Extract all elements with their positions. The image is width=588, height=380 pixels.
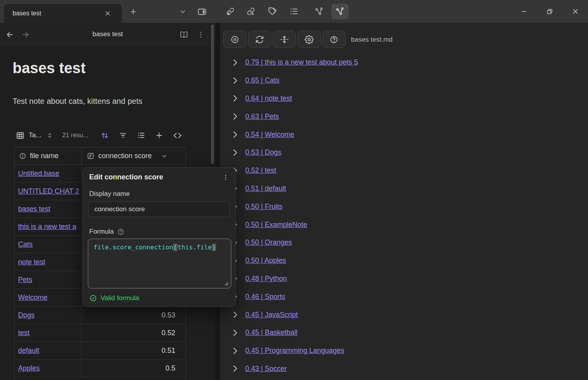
titlebar: bases test xyxy=(0,0,588,23)
add-icon[interactable] xyxy=(155,131,164,140)
view-header: bases test xyxy=(0,23,215,46)
connection-link[interactable]: 0.63 | Pets xyxy=(245,113,279,121)
connection-link[interactable]: 0.50 | Fruits xyxy=(245,203,283,211)
reading-view-icon[interactable] xyxy=(177,28,191,41)
column-connection-score[interactable]: connection score xyxy=(82,148,186,164)
table-row: Dogs0.53 xyxy=(15,306,186,324)
graph-active-icon[interactable] xyxy=(331,4,349,19)
connection-row: 0.51 | default xyxy=(220,180,588,198)
popup-menu-icon[interactable] xyxy=(220,172,231,183)
file-link[interactable]: default xyxy=(18,347,39,355)
help-icon[interactable] xyxy=(322,31,345,48)
refresh-icon[interactable] xyxy=(248,31,271,48)
sidebar-right-toggle-icon[interactable] xyxy=(195,5,209,19)
column-file-name[interactable]: file name xyxy=(15,148,82,164)
left-scrollbar-thumb[interactable] xyxy=(211,24,214,164)
connection-row: 0.52 | test xyxy=(220,162,588,180)
tab-close-icon[interactable] xyxy=(102,8,113,19)
score-cell: 0.52 xyxy=(82,324,186,341)
more-options-icon[interactable] xyxy=(194,28,208,41)
settings-icon[interactable] xyxy=(298,31,321,48)
connection-link[interactable]: 0.50 | ExampleNote xyxy=(245,221,307,229)
collapse-chevron-icon[interactable] xyxy=(230,58,240,67)
collapse-chevron-icon[interactable] xyxy=(230,346,240,356)
view-name-label[interactable]: Ta... xyxy=(29,131,41,139)
file-cell: Dogs xyxy=(15,306,82,324)
score-cell: 0.51 xyxy=(82,342,186,359)
connection-link[interactable]: 0.50 | Oranges xyxy=(245,238,292,247)
connection-link[interactable]: 0.48 | Python xyxy=(245,275,287,283)
close-icon[interactable] xyxy=(567,3,584,20)
active-file-label: bases test.md xyxy=(351,36,393,44)
collapse-chevron-icon[interactable] xyxy=(230,328,240,338)
pause-icon[interactable] xyxy=(223,31,246,48)
collapse-chevron-icon[interactable] xyxy=(230,148,240,157)
collapse-chevron-icon[interactable] xyxy=(230,76,240,85)
results-count[interactable]: 21 resu... xyxy=(62,132,88,139)
file-link[interactable]: Untitled.base xyxy=(18,170,59,178)
unfold-icon[interactable] xyxy=(273,31,296,48)
backlinks-icon[interactable] xyxy=(222,4,239,19)
file-link[interactable]: Cats xyxy=(18,240,33,249)
file-link[interactable]: Pets xyxy=(18,276,32,284)
connection-link[interactable]: 0.46 | Sports xyxy=(245,293,285,301)
table-view-icon[interactable] xyxy=(16,131,25,140)
filter-icon[interactable] xyxy=(119,131,127,140)
connection-link[interactable]: 0.45 | Programming Languages xyxy=(245,347,344,355)
list-icon[interactable] xyxy=(137,131,145,140)
connection-link[interactable]: 0.54 | Welcome xyxy=(245,131,294,139)
sort-icon[interactable] xyxy=(100,131,109,140)
outline-icon[interactable] xyxy=(285,4,303,19)
graph-icon[interactable] xyxy=(311,4,328,19)
formula-label: Formula xyxy=(89,228,114,236)
connection-row: 0.50 | Fruits xyxy=(220,197,588,216)
resize-icon[interactable] xyxy=(223,280,229,286)
connection-link[interactable]: 0.53 | Dogs xyxy=(245,148,281,157)
new-tab-icon[interactable] xyxy=(126,5,140,19)
select-icon[interactable] xyxy=(47,133,53,138)
connection-link[interactable]: 0.65 | Cats xyxy=(245,76,279,85)
connection-row: 0.48 | Python xyxy=(220,270,588,288)
file-link[interactable]: note test xyxy=(18,258,45,266)
file-link[interactable]: Dogs xyxy=(18,311,35,319)
code-icon[interactable] xyxy=(173,131,182,140)
base-toolbar: Ta... 21 resu... xyxy=(16,128,182,142)
obsidian-window: bases test xyxy=(0,0,588,380)
connection-link[interactable]: 0.52 | test xyxy=(245,166,276,175)
column-menu-icon[interactable] xyxy=(161,153,167,159)
file-link[interactable]: bases test xyxy=(18,205,50,213)
file-link[interactable]: UNTITLED CHAT 2 xyxy=(18,187,79,196)
valid-icon xyxy=(89,294,97,302)
connection-row: 0.45 | JavaScript xyxy=(220,306,588,324)
formula-help-icon[interactable] xyxy=(117,228,125,236)
file-link[interactable]: Apples xyxy=(18,364,40,373)
tab-list-icon[interactable] xyxy=(176,5,190,19)
minimize-icon[interactable] xyxy=(515,3,533,20)
connection-link[interactable]: 0.45 | Basketball xyxy=(245,328,298,337)
collapse-chevron-icon[interactable] xyxy=(230,310,240,319)
collapse-chevron-icon[interactable] xyxy=(230,364,240,373)
collapse-chevron-icon[interactable] xyxy=(230,112,240,121)
connection-link[interactable]: 0.64 | note test xyxy=(245,94,292,103)
tab-bases-test[interactable]: bases test xyxy=(4,4,122,23)
file-cell: UNTITLED CHAT 2 xyxy=(15,183,82,200)
formula-textarea[interactable]: file.score_connection(this.file) xyxy=(88,238,232,289)
display-name-input[interactable] xyxy=(88,201,230,217)
file-link[interactable]: test xyxy=(18,329,29,337)
tags-icon[interactable] xyxy=(263,4,281,19)
connection-link[interactable]: 0.50 | Apples xyxy=(245,256,286,265)
score-cell: 0.53 xyxy=(82,306,186,324)
connection-link[interactable]: 0.45 | JavaScript xyxy=(245,311,298,319)
outgoing-links-icon[interactable] xyxy=(242,4,259,19)
connection-row: 0.50 | ExampleNote xyxy=(220,216,588,234)
collapse-chevron-icon[interactable] xyxy=(230,94,240,103)
file-link[interactable]: Welcome xyxy=(18,293,48,302)
connection-link[interactable]: 0.43 | Soccer xyxy=(245,365,287,373)
file-link[interactable]: this is a new test a xyxy=(18,223,76,231)
connection-link[interactable]: 0.79 | this is a new test about pets 5 xyxy=(245,58,358,66)
connection-row: 0.50 | Oranges xyxy=(220,234,588,252)
connection-link[interactable]: 0.51 | default xyxy=(245,184,286,193)
connection-row: 0.64 | note test xyxy=(220,90,588,108)
restore-icon[interactable] xyxy=(541,3,558,20)
collapse-chevron-icon[interactable] xyxy=(230,130,240,139)
